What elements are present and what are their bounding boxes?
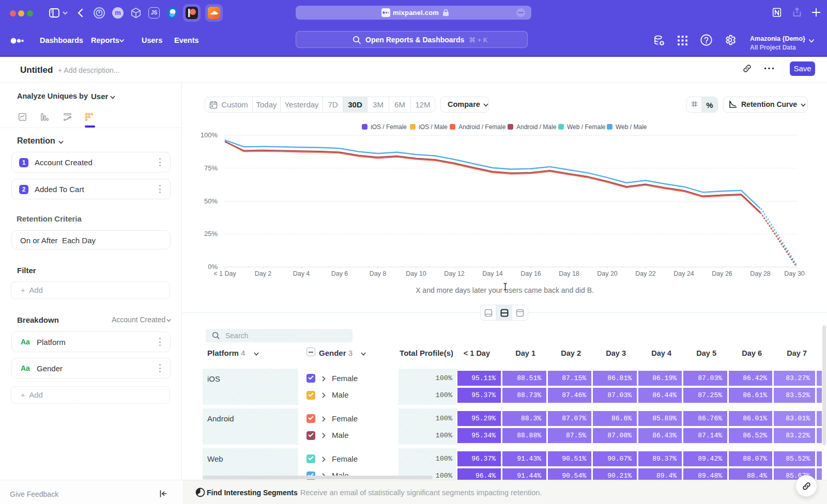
svg-text:Day 30: Day 30 [784,270,805,277]
svg-text:Day 20: Day 20 [597,270,618,277]
svg-text:0%: 0% [208,263,218,271]
svg-text:Day 10: Day 10 [406,270,426,277]
svg-text:Day 26: Day 26 [712,270,732,277]
svg-text:Day 4: Day 4 [293,270,310,277]
svg-text:Day 28: Day 28 [750,270,771,277]
svg-text:Day 22: Day 22 [635,270,656,277]
svg-text:Day 14: Day 14 [482,270,503,277]
svg-text:Day 16: Day 16 [520,270,541,277]
svg-text:Day 24: Day 24 [673,270,694,277]
svg-text:Day 8: Day 8 [370,270,387,277]
svg-text:100%: 100% [201,131,218,139]
svg-text:Day 2: Day 2 [255,270,272,277]
svg-text:Day 18: Day 18 [559,270,579,277]
svg-text:25%: 25% [204,230,218,238]
svg-text:75%: 75% [204,164,218,172]
svg-text:< 1 Day: < 1 Day [213,270,236,277]
svg-text:Day 12: Day 12 [444,270,465,277]
svg-text:Day 6: Day 6 [331,270,348,277]
svg-text:50%: 50% [204,197,218,205]
